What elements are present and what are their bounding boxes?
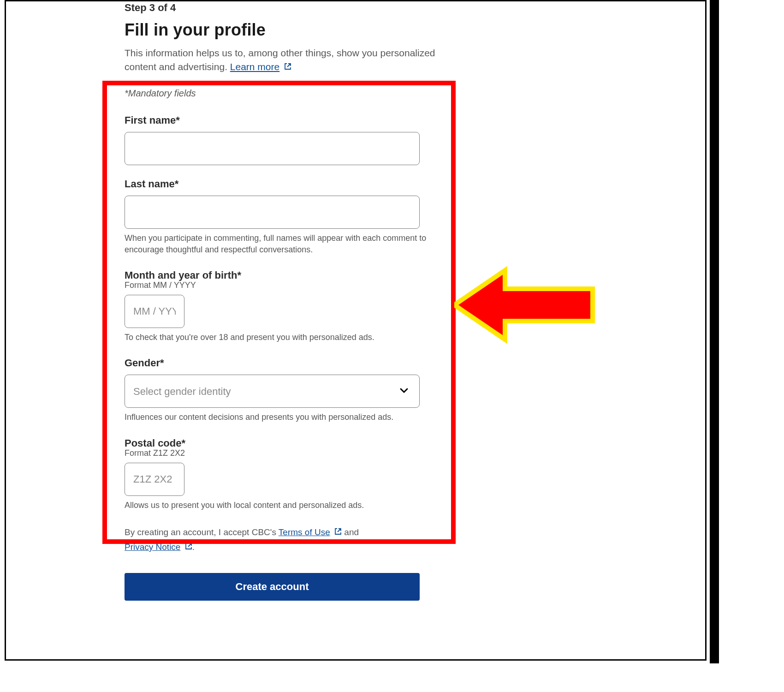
external-link-icon [185,543,192,550]
gender-select[interactable]: Select gender identity [125,375,420,408]
page-description: This information helps us to, among othe… [125,46,457,74]
postal-group: Postal code* Format Z1Z 2X2 Allows us to… [125,437,457,511]
first-name-group: First name* [125,114,457,165]
privacy-notice-link[interactable]: Privacy Notice [125,542,180,552]
form-column: Step 3 of 4 Fill in your profile This in… [125,2,457,601]
learn-more-link[interactable]: Learn more [230,61,279,72]
birth-help: To check that you're over 18 and present… [125,332,457,343]
external-link-icon [334,528,342,535]
mandatory-note: *Mandatory fields [125,88,457,99]
gender-group: Gender* Select gender identity Influence… [125,357,457,423]
last-name-label: Last name* [125,178,457,190]
page-title: Fill in your profile [125,20,457,40]
external-link-icon [284,63,291,70]
legal-prefix: By creating an account, I accept CBC's [125,527,279,537]
legal-text: By creating an account, I accept CBC's T… [125,525,457,555]
legal-suffix: . [192,542,195,552]
first-name-input[interactable] [125,132,420,165]
birth-group: Month and year of birth* Format MM / YYY… [125,269,457,343]
last-name-help: When you participate in commenting, full… [125,233,457,256]
birth-input[interactable] [125,295,184,328]
birth-format: Format MM / YYYY [125,280,457,290]
postal-input[interactable] [125,463,184,496]
description-text: This information helps us to, among othe… [125,48,435,72]
legal-middle: and [344,527,359,537]
create-account-button[interactable]: Create account [125,573,420,601]
postal-format: Format Z1Z 2X2 [125,448,457,458]
first-name-label: First name* [125,114,457,126]
gender-label: Gender* [125,357,457,369]
gender-help: Influences our content decisions and pre… [125,412,457,423]
birth-label: Month and year of birth* [125,269,457,281]
window-right-edge [710,0,719,663]
terms-of-use-link[interactable]: Terms of Use [279,527,330,537]
last-name-group: Last name* When you participate in comme… [125,178,457,256]
step-indicator: Step 3 of 4 [125,2,457,14]
postal-label: Postal code* [125,437,457,449]
postal-help: Allows us to present you with local cont… [125,500,457,511]
last-name-input[interactable] [125,196,420,229]
